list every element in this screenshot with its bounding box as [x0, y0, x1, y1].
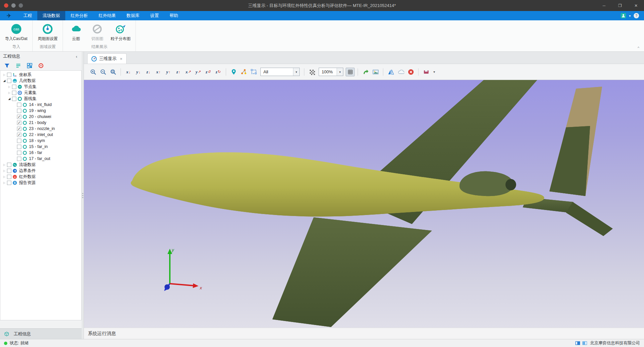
tree-checkbox[interactable]	[7, 73, 11, 77]
combo-arrow-icon[interactable]: ▾	[293, 68, 299, 76]
tree-checkbox[interactable]	[12, 97, 16, 101]
tree-item[interactable]: ▷节点集	[0, 84, 81, 90]
viewport-3d[interactable]: x y	[84, 80, 644, 328]
view-x-pos-icon[interactable]: x↑	[154, 68, 163, 76]
tree-item[interactable]: ✓23 - nozzle_in	[0, 126, 81, 132]
tree-collapsed-icon[interactable]: ▷	[2, 169, 7, 172]
tree-checkbox[interactable]	[17, 157, 21, 161]
view-z-pos-icon[interactable]: z↑	[174, 68, 183, 76]
tree-checkbox[interactable]	[7, 175, 11, 179]
tree-collapsed-icon[interactable]: ▷	[2, 163, 7, 166]
ribbon-button[interactable]: 周期面设置	[37, 23, 59, 42]
maximize-button[interactable]: ❐	[612, 0, 628, 11]
view-iso-y-icon[interactable]: y↗	[194, 68, 203, 76]
menu-dropdown-icon[interactable]: ▾	[629, 14, 631, 18]
tree-item[interactable]: 14 - int_fluid	[0, 102, 81, 108]
zoom-in-icon[interactable]	[89, 68, 98, 76]
account-icon[interactable]	[620, 13, 626, 19]
ribbon-button[interactable]: 粒子分布图	[110, 23, 132, 42]
tree-item[interactable]: ▷红外数据	[0, 174, 81, 180]
minimize-button[interactable]: ─	[596, 0, 612, 11]
tree-checkbox[interactable]	[17, 145, 21, 149]
tree-collapsed-icon[interactable]: ▷	[7, 85, 12, 88]
ribbon-button[interactable]: 云图	[67, 23, 85, 42]
tree-item[interactable]: 19 - wing	[0, 108, 81, 114]
panel-splitter[interactable]	[82, 52, 84, 339]
probe-pin-icon[interactable]	[229, 68, 238, 76]
view-x-neg-icon[interactable]: x↓	[124, 68, 133, 76]
view-z-neg-icon[interactable]: z↓	[144, 68, 153, 76]
tree-checkbox[interactable]	[7, 163, 11, 167]
close-button[interactable]: ✕	[628, 0, 644, 11]
cloud-display-icon[interactable]	[396, 68, 405, 76]
export-view-icon[interactable]	[361, 68, 370, 76]
layout-left-icon[interactable]	[575, 341, 580, 346]
tree-item[interactable]: ◢几何数据	[0, 78, 81, 84]
menu-tab-红外结果[interactable]: 红外结果	[93, 11, 121, 20]
zoom-out-icon[interactable]	[99, 68, 108, 76]
clear-view-icon[interactable]	[406, 68, 415, 76]
tree-collapsed-icon[interactable]: ▷	[2, 73, 7, 76]
clip-plane-icon[interactable]	[422, 68, 431, 76]
traffic-dot-1[interactable]	[4, 3, 8, 8]
tree-checkbox[interactable]	[12, 91, 16, 95]
traffic-dot-3[interactable]	[19, 3, 23, 8]
ribbon-collapse-icon[interactable]: ^	[638, 46, 639, 50]
tab-close-icon[interactable]: ×	[120, 56, 123, 61]
tree-checkbox[interactable]	[17, 103, 21, 107]
zoom-fit-icon[interactable]	[109, 68, 118, 76]
tree-item[interactable]: ✓22 - inlet_out	[0, 132, 81, 138]
view-iso-x-icon[interactable]: x↗	[184, 68, 193, 76]
traffic-dot-2[interactable]	[11, 3, 16, 8]
tree-checkbox[interactable]	[17, 109, 21, 113]
tree-item[interactable]: 18 - sym	[0, 138, 81, 144]
tree-checkbox[interactable]: ✓	[17, 133, 21, 137]
mesh-toggle-icon[interactable]	[346, 68, 355, 76]
project-info-bottom-tab[interactable]: 工程信息	[0, 328, 82, 339]
locate-icon[interactable]	[38, 63, 44, 69]
tree-expanded-icon[interactable]: ◢	[2, 79, 7, 82]
tree-item[interactable]: 16 - far	[0, 150, 81, 156]
list-mode-icon[interactable]	[15, 63, 21, 69]
layout-right-icon[interactable]	[582, 341, 587, 346]
tree-collapsed-icon[interactable]: ▷	[2, 175, 7, 178]
tree-collapsed-icon[interactable]: ▷	[2, 181, 7, 184]
tree-item[interactable]: ▷边界条件	[0, 168, 81, 174]
menu-tab-红外分析[interactable]: 红外分析	[65, 11, 93, 20]
tree-item[interactable]: 17 - far_out	[0, 156, 81, 162]
texture-icon[interactable]	[307, 68, 316, 76]
zoom-level-combo[interactable]: 100%▾	[319, 68, 343, 76]
mirror-icon[interactable]	[386, 68, 395, 76]
tree-item[interactable]: ✓21 - body	[0, 120, 81, 126]
box-select-icon[interactable]	[249, 68, 258, 76]
tree-checkbox[interactable]	[17, 139, 21, 143]
display-filter-combo[interactable]: All▾	[260, 68, 300, 76]
rotate-cw-icon[interactable]: z↻	[214, 68, 223, 76]
ribbon-button[interactable]: cas导入Cas/Dat	[4, 23, 28, 42]
grid-view-icon[interactable]	[27, 63, 33, 69]
tree-checkbox[interactable]	[12, 85, 16, 89]
tree-item[interactable]: ▷报告资源	[0, 180, 81, 186]
tree-item[interactable]: ✓20 - chuiwei	[0, 114, 81, 120]
tree-checkbox[interactable]	[7, 169, 11, 173]
tree-checkbox[interactable]	[7, 181, 11, 185]
more-options-icon[interactable]: ▾	[432, 68, 437, 76]
snapshot-icon[interactable]	[371, 68, 380, 76]
tree-checkbox[interactable]: ✓	[17, 127, 21, 131]
tree-expanded-icon[interactable]: ◢	[7, 97, 12, 100]
rotate-ccw-icon[interactable]: z↺	[204, 68, 213, 76]
tree-checkbox[interactable]	[17, 151, 21, 155]
tree-collapsed-icon[interactable]: ▷	[7, 91, 12, 94]
view-y-neg-icon[interactable]: y↓	[134, 68, 143, 76]
help-icon[interactable]: ?	[633, 13, 639, 19]
tree-checkbox[interactable]	[7, 79, 11, 83]
tree-checkbox[interactable]: ✓	[17, 121, 21, 125]
tree-item[interactable]: ▷坐标系	[0, 72, 81, 78]
menu-tab-数据库[interactable]: 数据库	[121, 11, 145, 20]
tab-3d-view[interactable]: 三维显示 ×	[87, 53, 127, 64]
menu-tab-帮助[interactable]: 帮助	[164, 11, 183, 20]
node-set-icon[interactable]	[239, 68, 248, 76]
filter-icon[interactable]	[4, 63, 10, 69]
tree-checkbox[interactable]: ✓	[17, 115, 21, 119]
tree-item[interactable]: ◢面线集	[0, 96, 81, 102]
